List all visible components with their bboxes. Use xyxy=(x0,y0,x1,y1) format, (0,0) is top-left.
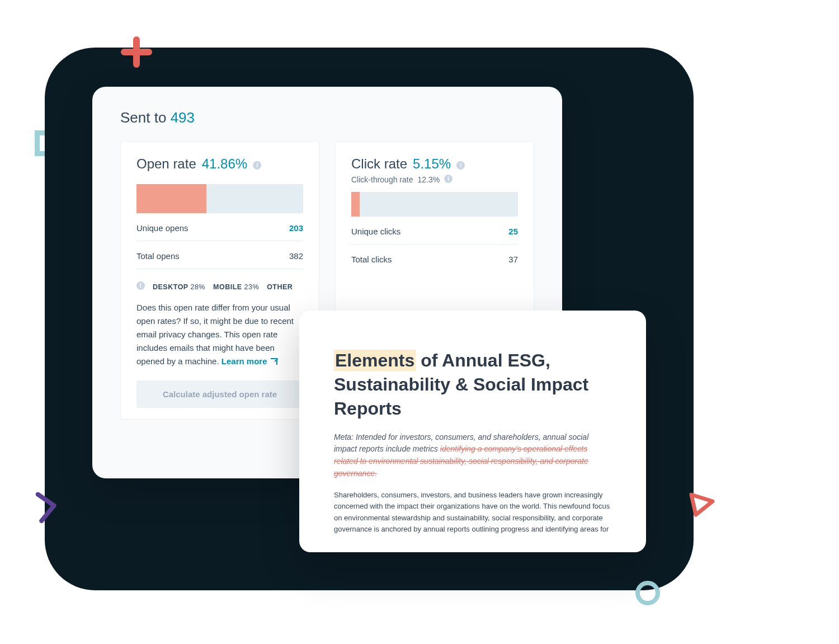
click-rate-bar xyxy=(351,192,518,217)
click-total-row: Total clicks 37 xyxy=(351,245,518,272)
open-rate-title: Open rate 41.86% i xyxy=(136,156,303,172)
click-unique-row: Unique clicks 25 xyxy=(351,217,518,245)
triangle-icon xyxy=(688,490,715,517)
info-icon[interactable]: i xyxy=(136,281,145,290)
device-other: OTHER xyxy=(267,283,293,291)
learn-more-link[interactable]: Learn more xyxy=(221,356,277,366)
click-total-label: Total clicks xyxy=(351,255,392,264)
info-icon[interactable]: i xyxy=(444,175,453,183)
open-rate-pct: 41.86% xyxy=(202,156,247,172)
open-unique-label: Unique opens xyxy=(136,223,188,233)
document-meta: Meta: Intended for investors, consumers,… xyxy=(334,431,612,480)
plus-icon xyxy=(121,36,152,68)
click-rate-bar-fill xyxy=(351,192,360,217)
click-rate-title: Click rate 5.15% i xyxy=(351,156,518,172)
click-rate-pct: 5.15% xyxy=(413,156,451,172)
document-title-highlight: Elements xyxy=(334,350,416,371)
open-unique-value: 203 xyxy=(289,223,303,233)
open-total-label: Total opens xyxy=(136,251,180,261)
sent-to-count: 493 xyxy=(171,109,195,126)
open-rate-bar-fill xyxy=(136,184,206,213)
open-unique-row: Unique opens 203 xyxy=(136,213,303,241)
click-through-subline: Click-through rate 12.3% i xyxy=(351,175,518,184)
device-mobile: MOBILE 23% xyxy=(213,283,259,291)
open-rate-label: Open rate xyxy=(136,156,196,172)
sent-to-line: Sent to 493 xyxy=(120,109,534,126)
open-total-row: Total opens 382 xyxy=(136,241,303,269)
click-unique-label: Unique clicks xyxy=(351,227,400,236)
open-rate-panel: Open rate 41.86% i Unique opens 203 Tota… xyxy=(120,141,319,420)
document-body: Shareholders, consumers, investors, and … xyxy=(334,490,612,535)
circle-icon xyxy=(635,581,660,605)
click-unique-value: 25 xyxy=(508,227,518,236)
open-rate-explanation: Does this open rate differ from your usu… xyxy=(136,301,303,368)
calculate-adjusted-open-rate-button[interactable]: Calculate adjusted open rate xyxy=(136,380,303,408)
click-total-value: 37 xyxy=(508,255,518,264)
open-rate-bar xyxy=(136,184,303,213)
device-breakdown: i DESKTOP 28% MOBILE 23% OTHER xyxy=(136,283,303,291)
info-icon[interactable]: i xyxy=(456,161,465,170)
info-icon[interactable]: i xyxy=(253,161,261,170)
device-desktop: DESKTOP 28% xyxy=(153,283,205,291)
click-rate-label: Click rate xyxy=(351,156,407,172)
document-title: Elements of Annual ESG, Sustainability &… xyxy=(334,349,612,421)
document-preview-card: Elements of Annual ESG, Sustainability &… xyxy=(299,311,646,552)
open-total-value: 382 xyxy=(289,251,303,261)
sent-to-label: Sent to xyxy=(120,109,166,126)
external-link-icon xyxy=(271,358,277,365)
